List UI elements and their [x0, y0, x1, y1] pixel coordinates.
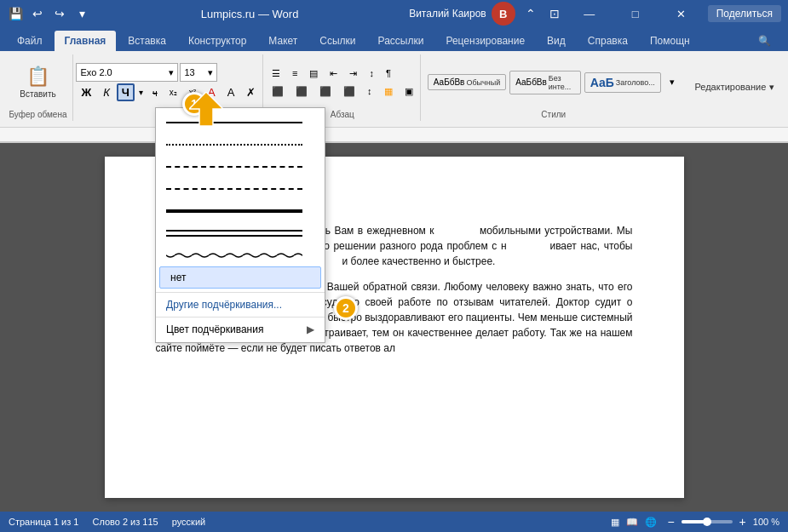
edit-label: Редактирование [694, 82, 766, 92]
save-icon[interactable]: 💾 [7, 5, 24, 22]
show-marks-button[interactable]: ¶ [381, 66, 396, 81]
language: русский [172, 517, 205, 527]
more-underlines-item[interactable]: Другие подчёркивания... [156, 295, 325, 314]
zoom-out-button[interactable]: − [664, 515, 677, 529]
font-color-button[interactable]: A [222, 83, 240, 101]
strikethrough-button[interactable]: ч [147, 85, 163, 100]
share-button[interactable]: Поделиться [708, 5, 781, 22]
wavy-line-visual [166, 252, 302, 259]
clipboard-label: Буфер обмена [9, 108, 67, 119]
italic-button[interactable]: К [98, 83, 115, 101]
tab-assist[interactable]: Помощн [640, 31, 700, 51]
dash-dot-visual [166, 188, 302, 190]
editing-button[interactable]: Редактирование ▾ [689, 79, 779, 95]
minimize-button[interactable]: — [570, 0, 609, 27]
bullets-button[interactable]: ☰ [267, 66, 285, 82]
underline-dotted[interactable] [156, 134, 325, 156]
tab-mailings[interactable]: Рассылки [368, 31, 434, 51]
color-submenu-arrow: ▶ [307, 323, 314, 335]
more-options-icon[interactable]: ▾ [73, 5, 90, 22]
tab-references[interactable]: Ссылки [309, 31, 365, 51]
align-right-button[interactable]: ⬛ [314, 83, 336, 100]
font-name-selector[interactable]: Exo 2.0 ▾ [76, 63, 178, 82]
underline-double[interactable] [156, 222, 325, 244]
title-bar-left-icons: 💾 ↩ ↪ ▾ [7, 5, 90, 22]
tab-help[interactable]: Справка [578, 31, 638, 51]
decrease-indent-button[interactable]: ⇤ [325, 66, 342, 82]
menu-separator-1 [156, 292, 325, 293]
underline-none[interactable]: нет [159, 266, 321, 289]
style-heading-button[interactable]: АаБ Заголово... [584, 72, 661, 93]
underline-dashed[interactable] [156, 156, 325, 178]
tab-file[interactable]: Файл [7, 31, 53, 51]
underline-dotted-line [166, 138, 302, 152]
font-size-value: 13 [184, 67, 194, 77]
undo-icon[interactable]: ↩ [29, 5, 46, 22]
ruler [0, 128, 788, 143]
subscript-button[interactable]: x₂ [164, 85, 182, 100]
underline-thick[interactable] [156, 200, 325, 222]
style-normal-preview: АаБбВв [434, 77, 465, 87]
tab-search-icon[interactable]: 🔍 [748, 31, 781, 51]
tab-design[interactable]: Конструктор [178, 31, 256, 51]
underline-dash-dot[interactable] [156, 178, 325, 200]
title-bar-title: Lumpics.ru — Word [90, 8, 409, 20]
ribbon-collapse-icon[interactable]: ⌃ [522, 5, 539, 22]
tab-review[interactable]: Рецензирование [435, 31, 535, 51]
maximize-button[interactable]: □ [616, 0, 655, 27]
underline-dashed-line [166, 160, 302, 174]
underline-dash-dot-line [166, 182, 302, 196]
align-left-button[interactable]: ⬛ [267, 83, 289, 100]
style-nospace-button[interactable]: АаБбВв Без инте... [509, 71, 580, 94]
dotted-line-visual [166, 144, 302, 146]
view-web-icon[interactable]: 🌐 [645, 517, 657, 528]
clear-format-button[interactable]: ✗ [241, 83, 261, 101]
zoom-in-button[interactable]: + [736, 515, 750, 529]
view-normal-icon[interactable]: ▦ [611, 517, 619, 528]
underline-wavy[interactable] [156, 244, 325, 266]
font-name-arrow: ▾ [169, 67, 174, 78]
justify-button[interactable]: ⬛ [338, 83, 360, 100]
tab-layout[interactable]: Макет [258, 31, 308, 51]
underline-double-line [166, 226, 302, 240]
shading-button[interactable]: ▦ [379, 83, 398, 100]
underline-thick-line [166, 204, 302, 218]
ribbon-clipboard-section: 📋 Вставить Буфер обмена [5, 54, 73, 121]
status-right: ▦ 📖 🌐 − + 100 % [611, 515, 779, 529]
increase-indent-button[interactable]: ⇥ [344, 66, 362, 82]
tab-insert[interactable]: Вставка [118, 31, 176, 51]
multilevel-button[interactable]: ▤ [304, 66, 323, 82]
tab-view[interactable]: Вид [537, 31, 576, 51]
style-heading-preview: АаБ [590, 76, 614, 89]
line-spacing-button[interactable]: ↕ [362, 83, 377, 99]
border-button[interactable]: ▣ [400, 83, 418, 100]
close-button[interactable]: ✕ [662, 0, 701, 27]
numbering-button[interactable]: ≡ [287, 66, 302, 81]
align-center-button[interactable]: ⬛ [290, 83, 313, 100]
underline-color-item[interactable]: Цвет подчёркивания ▶ [156, 320, 325, 339]
document-area: С М держимых идеей помогать Вам в ежедне… [0, 143, 788, 512]
view-read-icon[interactable]: 📖 [626, 517, 638, 528]
underline-dropdown-arrow[interactable]: ▾ [136, 87, 146, 98]
styles-more-button[interactable]: ▾ [664, 74, 680, 90]
redo-icon[interactable]: ↪ [51, 5, 68, 22]
bold-button[interactable]: Ж [76, 83, 96, 101]
user-name: Виталий Каиров [409, 8, 486, 20]
styles-content: АаБбВв Обычный АаБбВв Без инте... АаБ За… [428, 56, 680, 108]
double-line-visual [166, 230, 302, 237]
zoom-slider-thumb [703, 518, 711, 526]
underline-button[interactable]: Ч [117, 83, 135, 101]
user-info: Виталий Каиров В [409, 2, 515, 26]
sort-button[interactable]: ↕ [364, 66, 379, 81]
tab-home[interactable]: Главная [55, 31, 117, 51]
underline-solid[interactable] [156, 112, 325, 134]
font-size-selector[interactable]: 13 ▾ [180, 63, 217, 82]
zoom-slider[interactable] [682, 520, 733, 523]
window-mode-icon[interactable]: ⊡ [546, 5, 563, 22]
para-label: Абзац [331, 108, 354, 119]
style-nospace-preview: АаБбВв [515, 77, 547, 87]
paste-button[interactable]: 📋 Вставить [14, 63, 60, 101]
style-normal-label: Обычный [466, 78, 500, 87]
font-row-1: Exo 2.0 ▾ 13 ▾ [76, 63, 261, 82]
style-normal-button[interactable]: АаБбВв Обычный [428, 74, 506, 90]
